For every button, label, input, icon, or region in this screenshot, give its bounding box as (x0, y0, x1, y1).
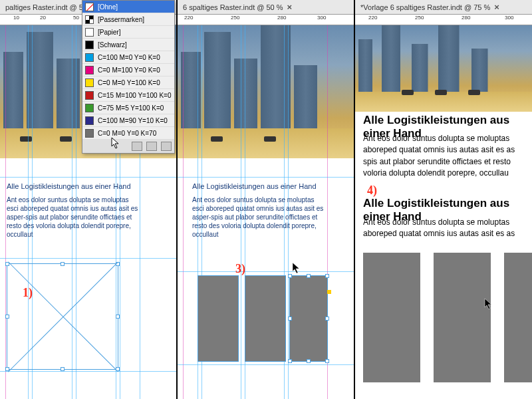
outport-icon[interactable] (327, 290, 331, 294)
document-tab[interactable]: 6 spaltiges Raster.indt @ 50 % × (178, 0, 297, 14)
swatch-row[interactable]: C=0 M=0 Y=0 K=70 (82, 127, 174, 140)
document-canvas[interactable]: Alle Logistikleistungen aus einer Hand A… (178, 25, 354, 399)
swatch-row[interactable]: C=0 M=0 Y=100 K=0 (82, 76, 174, 89)
placeholder-box-3[interactable] (289, 275, 328, 362)
hero-image[interactable] (355, 25, 532, 112)
close-icon[interactable]: × (494, 2, 499, 12)
swatch-row[interactable]: [Papier] (82, 26, 174, 39)
swatch-chip (85, 41, 94, 49)
swatch-label: C=75 M=5 Y=100 K=0 (98, 104, 164, 112)
headline-text[interactable]: Alle Logistikleistungen aus einer Hand (192, 182, 317, 190)
document-tab[interactable]: *Vorlage 6 spaltiges Raster.indt @ 75 % … (355, 0, 505, 14)
swatch-row[interactable]: C=15 M=100 Y=100 K=0 (82, 89, 174, 102)
tab-title: 6 spaltiges Raster.indt @ 50 % (183, 3, 283, 11)
swatch-row[interactable]: [Ohne] (82, 1, 174, 13)
tab-bar: *Vorlage 6 spaltiges Raster.indt @ 75 % … (355, 0, 532, 15)
horizontal-ruler[interactable]: 220 250 280 300 (355, 15, 532, 25)
step-label-1: 1) (23, 286, 33, 300)
empty-image-frame[interactable] (7, 263, 118, 370)
swatch-chip (85, 28, 94, 37)
swatch-chip (85, 53, 94, 62)
swatch-chip (85, 104, 94, 112)
swatch-toolbar (82, 140, 174, 153)
swatch-label: C=15 M=100 Y=100 K=0 (98, 92, 171, 99)
swatch-label: C=0 M=0 Y=100 K=0 (98, 79, 160, 86)
placeholder-box-1[interactable] (363, 253, 420, 382)
placeholder-box-3[interactable] (504, 253, 532, 382)
swatch-chip (85, 66, 94, 74)
cursor-icon (292, 262, 301, 274)
new-swatch-button[interactable] (132, 142, 142, 151)
swatch-label: C=100 M=90 Y=10 K=0 (98, 117, 168, 124)
trash-swatch-button[interactable] (161, 142, 172, 151)
swatch-label: C=100 M=0 Y=0 K=0 (98, 54, 160, 61)
panel-step-1: paltiges Raster.indt @ 5… 10 20 50 (0, 0, 178, 399)
swatch-label: C=0 M=100 Y=0 K=0 (98, 66, 160, 74)
bodytext[interactable]: Ant eos dolor suntus dolupta se moluptas… (7, 196, 140, 239)
swatch-label: C=0 M=0 Y=0 K=70 (98, 130, 156, 137)
horizontal-ruler[interactable]: 220 250 280 300 (178, 15, 354, 25)
swatch-row[interactable]: C=75 M=5 Y=100 K=0 (82, 102, 174, 114)
bodytext[interactable]: Ant eos dolor suntus dolupta se moluptas… (192, 196, 325, 239)
tab-title: *Vorlage 6 spaltiges Raster.indt @ 75 % (360, 3, 490, 11)
close-icon[interactable]: × (287, 2, 293, 12)
placeholder-box-2[interactable] (434, 253, 491, 382)
panel-step-4: *Vorlage 6 spaltiges Raster.indt @ 75 % … (355, 0, 532, 399)
step-label-3: 3) (235, 262, 245, 276)
swatch-row[interactable]: C=0 M=100 Y=0 K=0 (82, 64, 174, 76)
swatch-chip (85, 129, 94, 138)
bodytext-lower[interactable]: Ant eos dolor suntus dolupta se moluptas… (363, 217, 531, 240)
swatch-chip (85, 78, 94, 87)
swatches-panel[interactable]: [Ohne][Passermarken][Papier][Schwarz]C=1… (82, 0, 175, 154)
headline-text[interactable]: Alle Logistikleistungen aus einer Hand (7, 182, 131, 190)
swatch-chip (85, 91, 94, 100)
swatch-row[interactable]: [Passermarken] (82, 13, 174, 26)
document-canvas[interactable]: Alle Logistikleistungen aus einer Hand A… (355, 25, 532, 399)
panel-step-3: 6 spaltiges Raster.indt @ 50 % × 220 250… (178, 0, 355, 399)
bodytext-upper[interactable]: Ant eos dolor suntus dolupta se moluptas… (363, 133, 531, 180)
swatch-label: [Ohne] (98, 3, 118, 11)
placeholder-box-2[interactable] (245, 275, 286, 362)
swatch-chip (85, 15, 94, 24)
tab-bar: 6 spaltiges Raster.indt @ 50 % × (178, 0, 354, 15)
tab-title: paltiges Raster.indt @ 5… (5, 3, 90, 11)
swatch-label: [Passermarken] (98, 16, 144, 23)
placeholder-box-1[interactable] (198, 275, 239, 362)
options-swatch-button[interactable] (146, 142, 157, 151)
swatch-chip (85, 3, 94, 11)
swatch-label: [Papier] (98, 29, 120, 36)
step-label-4: 4) (367, 184, 377, 198)
swatch-row[interactable]: C=100 M=0 Y=0 K=0 (82, 51, 174, 64)
swatch-label: [Schwarz] (98, 41, 127, 49)
swatch-chip (85, 116, 94, 125)
swatch-row[interactable]: C=100 M=90 Y=10 K=0 (82, 114, 174, 127)
swatch-row[interactable]: [Schwarz] (82, 39, 174, 51)
